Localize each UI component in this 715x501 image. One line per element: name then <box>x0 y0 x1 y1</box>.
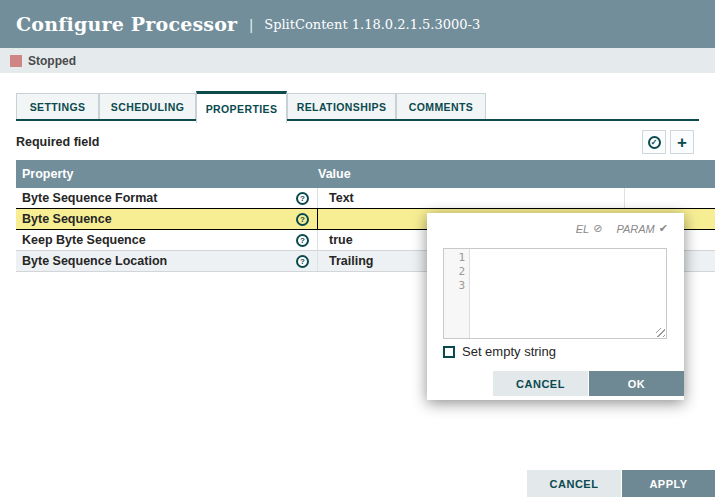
popup-ok-button[interactable]: OK <box>589 371 684 396</box>
status-label: Stopped <box>28 54 76 68</box>
line-number: 1 <box>444 251 465 265</box>
title-separator: | <box>249 16 253 33</box>
editor-resize-handle[interactable] <box>656 328 665 337</box>
popup-cancel-button[interactable]: CANCEL <box>493 371 588 396</box>
el-indicator: EL ⊘ <box>576 222 603 235</box>
help-icon[interactable]: ? <box>296 213 309 226</box>
properties-table-header: Property Value <box>16 160 715 188</box>
param-label: PARAM <box>616 223 654 235</box>
property-name: Byte Sequence Format <box>22 191 157 205</box>
table-row-byte-sequence-format[interactable]: Byte Sequence Format ? Text <box>16 188 715 209</box>
el-label: EL <box>576 223 589 235</box>
actions-cell <box>625 188 715 208</box>
plus-icon: + <box>677 134 687 151</box>
property-cell: Byte Sequence Format ? <box>16 188 318 208</box>
tab-relationships-label: RELATIONSHIPS <box>297 101 387 113</box>
tab-properties-label: PROPERTIES <box>206 103 278 115</box>
dialog-title: Configure Processor <box>16 13 237 35</box>
configure-processor-dialog: Configure Processor | SplitContent 1.18.… <box>0 0 715 501</box>
stopped-icon <box>10 55 22 67</box>
help-icon[interactable]: ? <box>296 234 309 247</box>
set-empty-string-row: Set empty string <box>443 344 556 359</box>
tab-comments[interactable]: COMMENTS <box>396 93 486 120</box>
value-code-editor[interactable]: 1 2 3 <box>443 248 667 339</box>
property-cell: Byte Sequence ? <box>16 209 318 229</box>
property-name: Byte Sequence <box>22 212 112 226</box>
property-name: Keep Byte Sequence <box>22 233 146 247</box>
param-supported-icon: ✔ <box>659 222 668 235</box>
tab-settings[interactable]: SETTINGS <box>16 93 99 120</box>
property-cell: Byte Sequence Location ? <box>16 251 318 271</box>
tab-scheduling[interactable]: SCHEDULING <box>99 93 196 120</box>
dialog-header: Configure Processor | SplitContent 1.18.… <box>0 0 715 48</box>
set-empty-string-checkbox[interactable] <box>443 346 455 358</box>
tab-comments-label: COMMENTS <box>409 101 473 113</box>
verify-check-icon: ✓ <box>648 136 661 149</box>
tab-relationships[interactable]: RELATIONSHIPS <box>287 93 396 120</box>
add-property-button[interactable]: + <box>670 130 694 154</box>
verify-properties-button[interactable]: ✓ <box>642 130 666 154</box>
set-empty-string-label: Set empty string <box>462 344 556 359</box>
el-unsupported-icon: ⊘ <box>593 222 602 235</box>
tab-scheduling-label: SCHEDULING <box>111 101 184 113</box>
tab-properties[interactable]: PROPERTIES <box>196 91 287 123</box>
processor-name-version: SplitContent 1.18.0.2.1.5.3000-3 <box>264 17 480 32</box>
el-param-indicators: EL ⊘ PARAM ✔ <box>576 222 668 235</box>
tab-settings-label: SETTINGS <box>30 101 86 113</box>
help-icon[interactable]: ? <box>296 192 309 205</box>
dialog-cancel-button[interactable]: CANCEL <box>527 470 621 497</box>
dialog-apply-button[interactable]: APPLY <box>622 470 715 497</box>
required-field-label: Required field <box>16 135 99 149</box>
param-indicator: PARAM ✔ <box>616 222 668 235</box>
value-editor-popup: EL ⊘ PARAM ✔ 1 2 3 Set empty string CANC… <box>427 213 684 400</box>
editor-line-numbers: 1 2 3 <box>444 249 470 338</box>
status-bar: Stopped <box>0 48 715 73</box>
line-number: 3 <box>444 279 465 293</box>
help-icon[interactable]: ? <box>296 255 309 268</box>
property-cell: Keep Byte Sequence ? <box>16 230 318 250</box>
line-number: 2 <box>444 265 465 279</box>
editor-text-area[interactable] <box>470 249 666 338</box>
column-header-value: Value <box>318 167 351 181</box>
property-name: Byte Sequence Location <box>22 254 167 268</box>
tab-strip-underline <box>16 119 699 121</box>
value-cell[interactable]: Text <box>318 188 625 208</box>
column-header-property: Property <box>16 167 318 181</box>
